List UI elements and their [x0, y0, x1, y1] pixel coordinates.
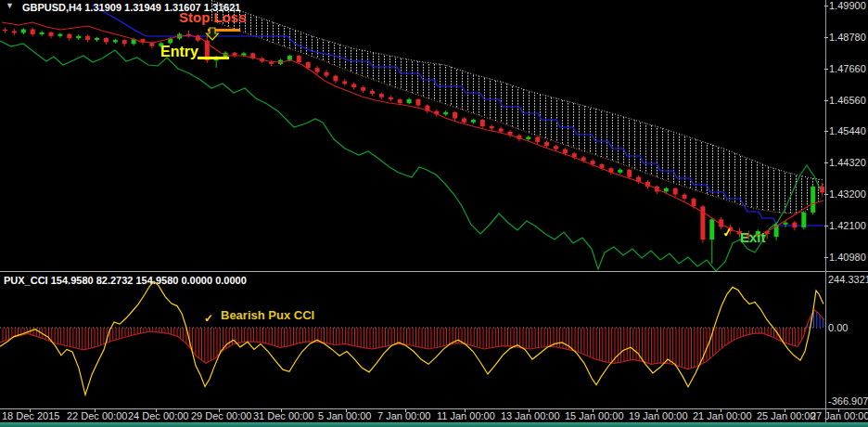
- time-axis-label: 18 Dec 2015: [2, 410, 59, 421]
- candle-body: [683, 195, 687, 200]
- time-axis-label: 19 Jan 00:00: [629, 410, 688, 421]
- exit-check-icon[interactable]: ✓: [721, 225, 734, 239]
- time-axis-label: 31 Dec 00:00: [253, 410, 313, 421]
- bearish-pux-cci-annotation[interactable]: Bearish Pux CCI: [221, 308, 314, 322]
- candle-body: [351, 84, 356, 87]
- candle-body: [342, 81, 347, 84]
- candle-body: [21, 30, 26, 33]
- price-axis-label: 1.45440: [829, 125, 866, 136]
- candle-body: [811, 187, 815, 213]
- time-axis-label: 7 Jan 00:00: [377, 410, 431, 421]
- entry-line[interactable]: [198, 57, 229, 59]
- candle-body: [535, 137, 540, 142]
- candle-body: [3, 30, 7, 32]
- exit-annotation[interactable]: Exit: [740, 229, 766, 245]
- cci-check-icon[interactable]: ✓: [204, 312, 213, 325]
- panel-divider-main-indicator[interactable]: [0, 271, 868, 272]
- time-axis-label: 5 Jan 00:00: [318, 410, 372, 421]
- candle-body: [563, 149, 568, 154]
- candle-body: [499, 128, 504, 131]
- candle-body: [709, 219, 714, 239]
- candle-body: [554, 146, 558, 149]
- candle-body: [40, 32, 45, 34]
- candle-body: [325, 72, 329, 76]
- price-axis-label: 1.43200: [829, 188, 866, 200]
- candle-body: [389, 97, 393, 99]
- candle-body: [692, 199, 696, 206]
- ind-axis-zero: 0.00: [828, 322, 848, 333]
- time-axis-label: 11 Jan 00:00: [437, 410, 495, 421]
- candle-body: [673, 188, 678, 195]
- candle-body: [333, 76, 338, 82]
- candle-body: [76, 36, 81, 38]
- red-ma-line: [2, 22, 823, 237]
- chart-dropdown-icon[interactable]: ▼: [6, 1, 14, 10]
- candle-body: [370, 91, 375, 94]
- ind-axis-min: -366.9071: [828, 395, 868, 407]
- candle-body: [407, 99, 412, 103]
- candle-body: [104, 38, 108, 43]
- candle-body: [490, 126, 494, 128]
- candle-body: [792, 223, 797, 227]
- candle-body: [471, 120, 476, 123]
- time-axis-label: 27 Jan 00:00: [811, 410, 868, 421]
- price-axis-label: 1.42100: [829, 220, 866, 231]
- panel-divider-indicator-timeaxis: [0, 408, 868, 409]
- time-axis-label: 24 Dec 00:00: [128, 410, 188, 421]
- candle-body: [315, 68, 320, 72]
- candle-body: [801, 213, 806, 227]
- candle-body: [233, 53, 237, 56]
- candle-body: [297, 56, 301, 62]
- price-axis-label: 1.46560: [829, 95, 866, 106]
- time-axis-label: 15 Jan 00:00: [565, 410, 624, 421]
- candle-body: [113, 40, 118, 42]
- candle-body: [453, 112, 457, 119]
- mt4-chart-window: ▼ GBPUSD,H4 1.31909 1.31949 1.31607 1.31…: [0, 0, 868, 427]
- candle-body: [85, 36, 90, 40]
- price-axis-label: 1.40980: [829, 252, 866, 263]
- time-axis-label: 21 Jan 00:00: [693, 410, 752, 421]
- candle-body: [820, 187, 824, 192]
- axis-border-line: [825, 0, 826, 422]
- candle-body: [122, 40, 127, 44]
- time-axis-label: 13 Jan 00:00: [501, 410, 560, 421]
- candle-body: [618, 170, 622, 173]
- time-axis-label: 29 Dec 00:00: [191, 410, 251, 421]
- entry-annotation[interactable]: Entry: [160, 44, 198, 60]
- window-bottom-edge: [0, 422, 868, 427]
- candle-body: [526, 137, 530, 139]
- candle-body: [462, 119, 466, 123]
- price-axis-label: 1.49900: [829, 0, 866, 11]
- candle-body: [12, 31, 17, 32]
- pux-cci-indicator-panel[interactable]: [0, 272, 825, 408]
- candle-body: [398, 99, 402, 103]
- ind-axis-max: 244.3321: [828, 274, 868, 285]
- candle-body: [664, 188, 669, 192]
- cci-histogram: [3, 311, 823, 369]
- candle-body: [287, 56, 292, 60]
- candle-body: [379, 94, 384, 97]
- candle-body: [361, 87, 365, 91]
- candle-body: [443, 112, 448, 114]
- candle-body: [67, 34, 71, 39]
- main-price-chart[interactable]: [0, 0, 825, 271]
- candle-body: [95, 38, 99, 40]
- candle-body: [57, 34, 62, 36]
- time-axis-label: 22 Dec 00:00: [67, 410, 127, 421]
- candle-body: [49, 32, 54, 36]
- price-axis-label: 1.44320: [829, 157, 866, 168]
- symbol-timeframe: GBPUSD,H4: [22, 2, 82, 13]
- candle-body: [306, 62, 311, 68]
- candle-body: [480, 120, 485, 126]
- candle-body: [784, 223, 788, 225]
- time-axis-label: 25 Jan 00:00: [757, 410, 816, 421]
- price-axis-label: 1.48780: [829, 32, 866, 43]
- candle-body: [627, 170, 632, 177]
- indicator-title: PUX_CCI 154.9580 82.2732 154.9580 0.0000…: [4, 275, 247, 286]
- candle-body: [416, 99, 421, 106]
- price-axis-label: 1.47660: [829, 63, 866, 74]
- candle-body: [544, 142, 549, 146]
- stop-loss-annotation[interactable]: Stop Loss: [179, 9, 247, 25]
- candle-body: [31, 30, 35, 34]
